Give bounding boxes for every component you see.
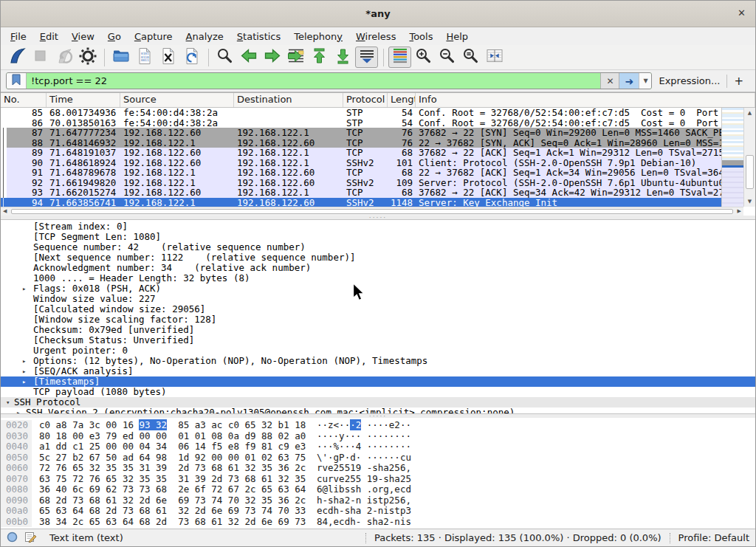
expand-arrow-icon[interactable]: ▸ bbox=[22, 356, 26, 366]
menu-edit[interactable]: Edit bbox=[33, 29, 65, 44]
detail-line[interactable]: ▸Options: (12 bytes), No-Operation (NOP)… bbox=[1, 356, 755, 366]
hex-bytes[interactable]: 72 76 65 32 35 35 31 39 2d 73 68 61 32 3… bbox=[32, 463, 306, 474]
packet-row[interactable]: 9271.661949820192.168.122.1192.168.122.6… bbox=[1, 178, 721, 188]
hex-ascii[interactable]: rve25519 -sha256, bbox=[306, 463, 411, 474]
packet-list-vertical-scrollbar[interactable]: ▲ ▼ bbox=[743, 108, 755, 207]
go-top-button[interactable] bbox=[308, 47, 331, 68]
detail-line[interactable]: Checksum: 0x79ed [unverified] bbox=[1, 325, 755, 335]
menu-view[interactable]: View bbox=[65, 29, 101, 44]
find-packet-button[interactable] bbox=[213, 47, 236, 68]
open-file-button[interactable] bbox=[109, 47, 132, 68]
stop-capture-button[interactable] bbox=[29, 47, 52, 68]
menu-analyze[interactable]: Analyze bbox=[179, 29, 230, 44]
detail-line[interactable]: ▾SSH Protocol bbox=[1, 397, 755, 407]
intelligent-scrollbar-minimap[interactable] bbox=[721, 108, 743, 207]
menu-file[interactable]: File bbox=[4, 29, 33, 44]
hex-bytes[interactable]: 38 34 2c 65 63 64 68 2d 73 68 61 32 2d 6… bbox=[32, 517, 306, 528]
hex-ascii[interactable]: ···%···4 ········ bbox=[306, 441, 411, 453]
column-header-info[interactable]: Info bbox=[416, 93, 755, 107]
go-forward-button[interactable] bbox=[261, 47, 284, 68]
start-capture-button[interactable] bbox=[5, 47, 28, 68]
resize-columns-button[interactable] bbox=[483, 47, 506, 68]
menu-capture[interactable]: Capture bbox=[128, 29, 179, 44]
hex-ascii[interactable]: curve255 19-sha25 bbox=[306, 474, 411, 485]
filter-apply-button[interactable]: ➜ bbox=[619, 73, 639, 89]
detail-line[interactable]: Sequence number: 42 (relative sequence n… bbox=[1, 242, 755, 252]
hex-bytes[interactable]: a1 dd c1 25 00 00 04 34 06 14 f5 e8 f9 8… bbox=[32, 441, 306, 453]
hex-ascii[interactable]: ecdh-sha 2-nistp3 bbox=[306, 506, 411, 517]
go-back-button[interactable] bbox=[237, 47, 260, 68]
hex-bytes[interactable]: 65 63 64 68 2d 73 68 61 32 2d 6e 69 73 7… bbox=[32, 506, 306, 517]
expand-arrow-icon[interactable]: ▸ bbox=[16, 407, 20, 414]
reload-file-button[interactable] bbox=[180, 47, 203, 68]
hex-bytes[interactable]: c0 a8 7a 3c 00 16 93 32 85 a3 ac c0 65 3… bbox=[32, 420, 306, 431]
expand-arrow-icon[interactable]: ▸ bbox=[22, 376, 26, 387]
hex-ascii[interactable]: \'·gP·d· ······cu bbox=[306, 453, 411, 464]
hex-row[interactable]: 0040a1 dd c1 25 00 00 04 34 06 14 f5 e8 … bbox=[1, 441, 755, 453]
hex-bytes[interactable]: 63 75 72 76 65 32 35 35 31 39 2d 73 68 6… bbox=[32, 474, 306, 485]
zoom-reset-button[interactable] bbox=[459, 47, 482, 68]
scroll-down-icon[interactable]: ▼ bbox=[744, 199, 755, 204]
detail-line[interactable]: Window size value: 227 bbox=[1, 294, 755, 304]
filter-dropdown-button[interactable]: ▼ bbox=[639, 73, 651, 89]
menu-wireless[interactable]: Wireless bbox=[349, 29, 402, 44]
menu-help[interactable]: Help bbox=[439, 29, 475, 44]
detail-line[interactable]: [Window size scaling factor: 128] bbox=[1, 314, 755, 325]
zoom-in-button[interactable] bbox=[412, 47, 435, 68]
hex-row[interactable]: 006072 76 65 32 35 35 31 39 2d 73 68 61 … bbox=[1, 463, 755, 474]
go-bottom-button[interactable] bbox=[331, 47, 354, 68]
filter-add-button[interactable]: + bbox=[727, 75, 750, 88]
go-to-packet-button[interactable] bbox=[284, 47, 307, 68]
detail-line[interactable]: [Calculated window size: 29056] bbox=[1, 304, 755, 314]
hex-bytes[interactable]: 36 40 6c 69 62 73 73 68 2e 6f 72 67 2c 6… bbox=[32, 484, 306, 495]
detail-line[interactable]: Urgent pointer: 0 bbox=[1, 345, 755, 356]
packet-row[interactable]: 8771.647777234192.168.122.60192.168.122.… bbox=[1, 128, 721, 138]
display-filter-input[interactable] bbox=[27, 73, 600, 89]
hex-ascii[interactable]: 6@libssh .org,ecd bbox=[306, 484, 411, 495]
detail-line[interactable]: [Stream index: 0] bbox=[1, 221, 755, 232]
vertical-scrollbar-thumb[interactable] bbox=[746, 155, 754, 189]
colorize-button[interactable] bbox=[388, 47, 411, 68]
hex-row[interactable]: 003080 18 00 e3 79 ed 00 00 01 01 08 0a … bbox=[1, 431, 755, 442]
title-bar[interactable]: *any ✕ bbox=[1, 1, 755, 27]
hex-bytes[interactable]: 68 2d 73 68 61 32 2d 6e 69 73 74 70 32 3… bbox=[32, 495, 306, 506]
hex-row[interactable]: 009068 2d 73 68 61 32 2d 6e 69 73 74 70 … bbox=[1, 495, 755, 506]
packet-row[interactable]: 8670.013850163fe:54:00:d4:38:2aSTP54Conf… bbox=[1, 118, 721, 128]
packet-row[interactable]: 9171.648789678192.168.122.1192.168.122.6… bbox=[1, 168, 721, 178]
packet-row[interactable]: 9071.648618924192.168.122.60192.168.122.… bbox=[1, 158, 721, 168]
column-header-time[interactable]: Time bbox=[47, 93, 120, 107]
packet-row[interactable]: 8971.648191037192.168.122.60192.168.122.… bbox=[1, 148, 721, 158]
detail-line[interactable]: Acknowledgment number: 34 (relative ack … bbox=[1, 263, 755, 273]
hex-row[interactable]: 0020c0 a8 7a 3c 00 16 93 32 85 a3 ac c0 … bbox=[1, 420, 755, 431]
pane-splitter-top[interactable]: ····· bbox=[1, 216, 755, 219]
menu-telephony[interactable]: Telephony bbox=[287, 29, 349, 44]
column-header-destination[interactable]: Destination bbox=[234, 93, 343, 107]
window-close-button[interactable]: ✕ bbox=[738, 7, 746, 18]
hex-ascii[interactable]: 84,ecdh- sha2-nis bbox=[306, 517, 411, 528]
capture-options-button[interactable] bbox=[76, 47, 99, 68]
horizontal-scrollbar-thumb[interactable] bbox=[11, 209, 733, 214]
capture-comment-button[interactable] bbox=[24, 531, 37, 546]
menu-go[interactable]: Go bbox=[101, 29, 128, 44]
packet-row[interactable]: 9471.663856741192.168.122.1192.168.122.6… bbox=[1, 198, 721, 207]
save-file-button[interactable]: 010101100011 bbox=[133, 47, 156, 68]
detail-line[interactable]: TCP payload (1080 bytes) bbox=[1, 387, 755, 397]
hex-ascii[interactable]: ····y··· ········ bbox=[306, 431, 411, 442]
packet-row[interactable]: 9371.662015274192.168.122.60192.168.122.… bbox=[1, 188, 721, 198]
hex-row[interactable]: 00505c 27 b2 67 50 ad 64 98 1d 92 00 00 … bbox=[1, 453, 755, 464]
pane-splitter-bottom[interactable]: ····· bbox=[1, 414, 755, 418]
expand-arrow-icon[interactable]: ▸ bbox=[22, 283, 26, 294]
status-profile[interactable]: Profile: Default bbox=[678, 532, 749, 543]
menu-statistics[interactable]: Statistics bbox=[230, 29, 287, 44]
column-header-no[interactable]: No. bbox=[1, 93, 47, 107]
collapse-arrow-icon[interactable]: ▾ bbox=[6, 397, 10, 407]
close-file-button[interactable] bbox=[157, 47, 179, 68]
detail-line[interactable]: 1000 .... = Header Length: 32 bytes (8) bbox=[1, 273, 755, 283]
detail-line[interactable]: [TCP Segment Len: 1080] bbox=[1, 232, 755, 242]
hex-row[interactable]: 008036 40 6c 69 62 73 73 68 2e 6f 72 67 … bbox=[1, 484, 755, 495]
auto-scroll-button[interactable] bbox=[355, 47, 378, 68]
detail-line[interactable]: ▸[Timestamps] bbox=[1, 376, 755, 387]
column-header-protocol[interactable]: Protocol bbox=[343, 93, 388, 107]
packet-row[interactable]: 8568.001734936fe:54:00:d4:38:2aSTP54Conf… bbox=[1, 108, 721, 118]
hex-row[interactable]: 00b038 34 2c 65 63 64 68 2d 73 68 61 32 … bbox=[1, 517, 755, 528]
